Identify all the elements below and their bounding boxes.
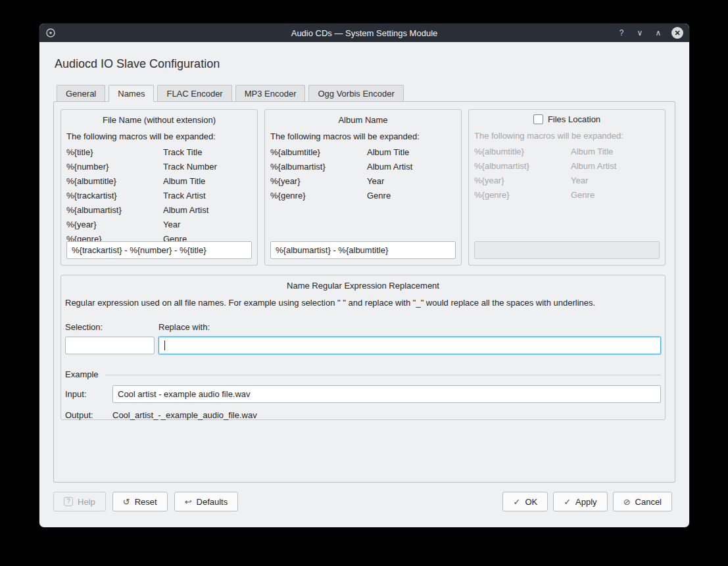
tab-general[interactable]: General (57, 85, 105, 102)
settings-module-window: Audio CDs — System Settings Module ? ∨ ∧… (39, 24, 689, 527)
macro-row: %{genre} Genre (474, 188, 660, 202)
macro-description: Album Artist (571, 159, 616, 174)
titlebar: Audio CDs — System Settings Module ? ∨ ∧… (39, 24, 689, 42)
example-input-label: Input: (65, 389, 112, 399)
button-box: ? Help ↺ Reset ↩ Defaults ✓ OK ✓ (53, 492, 672, 511)
app-icon[interactable] (45, 28, 56, 38)
chevron-up-icon[interactable]: ∧ (653, 28, 664, 37)
replace-with-label: Replace with: (158, 322, 210, 332)
macro-token: %{year} (66, 218, 163, 232)
macro-description: Track Number (163, 160, 217, 174)
macro-row: %{number} Track Number (66, 160, 252, 174)
macro-row: %{albumartist} Album Artist (270, 160, 456, 174)
cancel-button[interactable]: ⊘ Cancel (613, 492, 672, 511)
example-input-row: Input: (65, 385, 661, 403)
macro-token: %{albumartist} (270, 160, 367, 174)
example-output-label: Output: (65, 410, 112, 420)
macro-description: Album Title (163, 174, 205, 189)
replace-with-input-wrap (158, 337, 661, 354)
example-output-row: Output: Cool_artist_-_example_audio_file… (65, 410, 661, 420)
example-input-field[interactable] (112, 385, 661, 403)
regex-group-title: Name Regular Expression Replacement (65, 275, 661, 292)
macro-description: Track Artist (163, 189, 206, 203)
regex-inputs-row (65, 337, 661, 354)
example-divider (105, 375, 661, 375)
apply-button-label: Apply (575, 497, 597, 507)
macro-token: %{albumtitle} (66, 174, 163, 189)
macro-row: %{albumartist} Album Artist (474, 159, 660, 174)
check-icon: ✓ (564, 498, 571, 506)
macro-row: %{albumtitle} Album Title (270, 145, 456, 160)
macro-description: Album Artist (367, 160, 412, 174)
macro-groups-row: File Name (without extension) The follow… (61, 109, 668, 266)
names-tab-pane: File Name (without extension) The follow… (53, 101, 675, 483)
chevron-down-icon[interactable]: ∨ (635, 28, 645, 37)
macro-description: Year (367, 174, 384, 189)
album-name-group-title: Album Name (270, 110, 456, 126)
help-icon: ? (64, 497, 73, 506)
help-button-label: Help (78, 497, 95, 507)
macro-description: Album Title (367, 145, 409, 160)
regex-replacement-group: Name Regular Expression Replacement Regu… (61, 275, 666, 420)
macro-token: %{genre} (270, 189, 367, 203)
close-button[interactable]: ✕ (671, 27, 683, 39)
tab-bar: General Names FLAC Encoder MP3 Encoder O… (57, 85, 675, 102)
files-location-group-intro: The following macros will be expanded: (474, 131, 660, 141)
selection-input[interactable] (65, 337, 155, 354)
ok-button-label: OK (525, 497, 537, 507)
macro-row: %{albumtitle} Album Title (66, 174, 252, 189)
defaults-button[interactable]: ↩ Defaults (174, 492, 239, 511)
macro-token: %{number} (66, 160, 163, 174)
tab-mp3-encoder[interactable]: MP3 Encoder (235, 85, 306, 102)
cancel-button-label: Cancel (635, 497, 662, 507)
page-title: Audiocd IO Slave Configuration (55, 57, 674, 71)
example-section-header: Example (65, 369, 661, 379)
macro-token: %{albumtitle} (474, 145, 571, 159)
apply-button[interactable]: ✓ Apply (553, 492, 607, 511)
replace-with-input[interactable] (158, 337, 661, 354)
album-name-group: Album Name The following macros will be … (264, 109, 462, 266)
macro-row: %{albumartist} Album Artist (66, 203, 252, 218)
file-name-pattern-input[interactable] (66, 241, 252, 259)
example-label: Example (65, 369, 99, 379)
footer-left-buttons: ? Help ↺ Reset ↩ Defaults (53, 492, 238, 511)
macro-token: %{albumartist} (474, 159, 571, 174)
macro-token: %{year} (270, 174, 367, 189)
macro-description: Album Title (571, 145, 613, 159)
macro-description: Album Artist (163, 203, 208, 218)
macro-token: %{albumtitle} (270, 145, 367, 160)
macro-row: %{albumtitle} Album Title (474, 145, 660, 159)
cancel-icon: ⊘ (623, 498, 631, 506)
macro-token: %{genre} (474, 188, 571, 202)
context-help-button[interactable]: ? (616, 28, 627, 37)
check-icon: ✓ (513, 498, 520, 506)
window-title: Audio CDs — System Settings Module (79, 28, 650, 38)
example-output-value: Cool_artist_-_example_audio_file.wav (112, 410, 257, 420)
macro-row: %{title} Track Title (66, 145, 252, 160)
macro-row: %{year} Year (270, 174, 456, 189)
ok-button[interactable]: ✓ OK (502, 492, 548, 511)
macro-row: %{trackartist} Track Artist (66, 189, 252, 203)
regex-group-description: Regular expression used on all file name… (65, 298, 661, 308)
files-location-title-row: Files Location (474, 110, 660, 126)
macro-description: Year (571, 174, 588, 188)
file-name-group-title: File Name (without extension) (66, 110, 252, 126)
tab-ogg-vorbis-encoder[interactable]: Ogg Vorbis Encoder (308, 85, 403, 102)
defaults-icon: ↩ (185, 498, 192, 506)
tab-flac-encoder[interactable]: FLAC Encoder (157, 85, 231, 102)
tab-names[interactable]: Names (109, 85, 154, 102)
file-name-group: File Name (without extension) The follow… (61, 109, 258, 266)
files-location-group: Files Location The following macros will… (468, 109, 666, 266)
album-name-pattern-input[interactable] (270, 241, 456, 259)
footer-right-buttons: ✓ OK ✓ Apply ⊘ Cancel (502, 492, 672, 511)
macro-row: %{year} Year (66, 218, 252, 232)
files-location-pattern-input (474, 241, 660, 259)
files-location-checkbox[interactable] (533, 114, 543, 124)
reset-button[interactable]: ↺ Reset (112, 492, 168, 511)
reset-icon: ↺ (123, 498, 130, 506)
selection-label: Selection: (65, 322, 158, 332)
macro-token: %{albumartist} (66, 203, 163, 218)
reset-button-label: Reset (135, 497, 157, 507)
macro-token: %{year} (474, 174, 571, 188)
file-name-group-intro: The following macros will be expanded: (66, 131, 252, 141)
